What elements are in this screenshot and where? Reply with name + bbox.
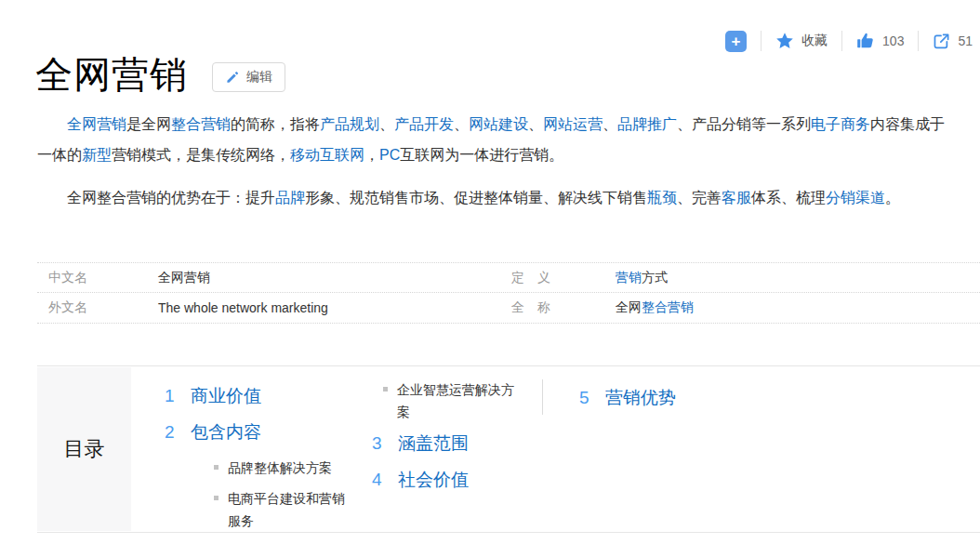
toc-column: 1商业价值2包含内容品牌整体解决方案电商平台建设和营销服务 [163, 384, 349, 540]
toc-item-label: 商业价值 [191, 384, 261, 408]
like-count: 103 [882, 33, 904, 48]
toc-item[interactable]: 1商业价值 [163, 384, 349, 408]
toc-item-label: 品牌整体解决方案 [228, 457, 332, 479]
toc-column: 5营销优势 [577, 386, 676, 422]
text-segment: 方式 [642, 270, 668, 285]
inline-link[interactable]: 产品规划 [320, 116, 379, 132]
inline-link[interactable]: 营销 [616, 270, 642, 285]
text-segment: 全网营销 [158, 270, 210, 285]
toc-item[interactable]: 5营销优势 [577, 386, 676, 410]
share-count: 51 [958, 33, 973, 48]
inline-link[interactable]: 电子商务 [811, 116, 870, 132]
toc-item-label: 涵盖范围 [398, 431, 469, 456]
text-segment: 的简称，指将 [231, 116, 320, 132]
pencil-icon [225, 70, 240, 85]
bullet-icon [214, 465, 219, 470]
toc-item-number: 1 [165, 384, 191, 408]
text-segment: The whole network marketing [158, 300, 328, 315]
bullet-icon [383, 387, 388, 391]
info-value: 全网营销 [158, 270, 511, 286]
info-value: 营销方式 [616, 270, 668, 286]
text-segment: 、 [528, 116, 543, 132]
inline-link[interactable]: 新型 [82, 147, 112, 163]
toc-subitem[interactable]: 品牌整体解决方案 [214, 457, 349, 479]
text-segment: 。 [885, 190, 900, 206]
edit-label: 编辑 [246, 69, 272, 86]
inline-link[interactable]: 全网营销 [67, 116, 126, 132]
text-segment: 体系、梳理 [751, 190, 826, 206]
toc-item-label: 企业智慧运营解决方案 [397, 378, 518, 423]
inline-link[interactable]: 品牌 [275, 190, 305, 206]
summary-paragraph: 全网营销是全网整合营销的简称，指将产品规划、产品开发、网站建设、网站运营、品牌推… [37, 109, 950, 170]
inline-link[interactable]: 客服 [722, 190, 751, 206]
inline-link[interactable]: 整合营销 [171, 116, 231, 132]
inline-link[interactable]: 品牌推广 [617, 116, 677, 132]
add-button[interactable]: + [725, 31, 747, 52]
text-segment: 、产品分销等一系列 [677, 116, 811, 132]
bullet-icon [214, 496, 219, 500]
inline-link[interactable]: 整合营销 [642, 299, 694, 314]
inline-link[interactable]: 产品开发 [394, 116, 454, 132]
header-actions: + 收藏 103 51 [725, 28, 973, 54]
toc-column: 企业智慧运营解决方案3涵盖范围4社会价值 [370, 378, 518, 504]
toc-item-number: 2 [165, 420, 191, 444]
text-segment: ， [364, 147, 379, 163]
toc-item[interactable]: 4社会价值 [370, 468, 518, 492]
text-segment: 、完善 [677, 190, 722, 206]
info-row: 外文名 The whole network marketing 全 称 全网整合… [37, 293, 980, 324]
inline-link[interactable]: 瓶颈 [647, 190, 677, 206]
article-summary: 全网营销是全网整合营销的简称，指将产品规划、产品开发、网站建设、网站运营、品牌推… [37, 109, 950, 213]
toc-item-label: 社会价值 [398, 468, 469, 492]
toc-item[interactable]: 2包含内容 [163, 420, 349, 444]
inline-link[interactable]: 网站建设 [469, 116, 528, 132]
text-segment: 全网整合营销的优势在于：提升 [67, 190, 275, 206]
info-label: 中文名 [37, 270, 158, 286]
divider [918, 31, 919, 51]
table-of-contents: 目录 1商业价值2包含内容品牌整体解决方案电商平台建设和营销服务 企业智慧运营解… [37, 365, 980, 533]
text-segment: 形象、规范销售市场、促进整体销量、解决线下销售 [305, 190, 647, 206]
inline-link[interactable]: 网站运营 [543, 116, 603, 132]
divider [841, 31, 842, 51]
divider [761, 31, 761, 51]
info-value: The whole network marketing [158, 300, 511, 315]
favorite-label: 收藏 [801, 33, 828, 49]
text-segment: 、 [603, 116, 617, 132]
title-row: 全网营销 编辑 [35, 52, 285, 97]
info-label: 定 义 [511, 270, 616, 286]
toc-subitem[interactable]: 电商平台建设和营销服务 [214, 487, 349, 532]
info-label: 外文名 [37, 299, 158, 316]
basic-info-table: 中文名 全网营销 定 义 营销方式 外文名 The whole network … [37, 262, 980, 324]
toc-column-divider [542, 379, 543, 415]
info-value: 全网整合营销 [616, 299, 694, 316]
toc-item-label: 包含内容 [191, 420, 261, 444]
favorite-button[interactable]: 收藏 [775, 32, 828, 50]
summary-paragraph: 全网整合营销的优势在于：提升品牌形象、规范销售市场、促进整体销量、解决线下销售瓶… [37, 182, 950, 213]
text-segment: 全网 [616, 299, 642, 314]
info-label: 全 称 [511, 299, 616, 316]
toc-subitem[interactable]: 企业智慧运营解决方案 [383, 378, 518, 423]
text-segment: 是全网 [126, 116, 171, 132]
like-button[interactable]: 103 [856, 32, 904, 50]
toc-item[interactable]: 3涵盖范围 [370, 431, 518, 456]
text-segment: 、 [379, 116, 394, 132]
inline-link[interactable]: 移动互联网 [290, 147, 364, 163]
text-segment: 、 [454, 116, 469, 132]
inline-link[interactable]: PC [379, 147, 400, 163]
toc-item-label: 电商平台建设和营销服务 [228, 487, 349, 532]
info-row: 中文名 全网营销 定 义 营销方式 [37, 262, 980, 293]
share-icon [933, 33, 950, 50]
text-segment: 营销模式，是集传统网络， [112, 147, 290, 163]
toc-heading: 目录 [37, 367, 131, 531]
thumbs-up-icon [856, 32, 875, 50]
toc-item-number: 3 [372, 431, 398, 456]
toc-item-number: 5 [579, 386, 605, 410]
text-segment: 互联网为一体进行营销。 [400, 147, 563, 163]
edit-button[interactable]: 编辑 [212, 62, 285, 92]
page-title: 全网营销 [35, 52, 188, 97]
inline-link[interactable]: 分销渠道 [826, 190, 885, 206]
star-icon [775, 32, 794, 50]
toc-item-number: 4 [372, 468, 398, 492]
toc-item-label: 营销优势 [605, 386, 676, 410]
share-button[interactable]: 51 [933, 33, 973, 50]
